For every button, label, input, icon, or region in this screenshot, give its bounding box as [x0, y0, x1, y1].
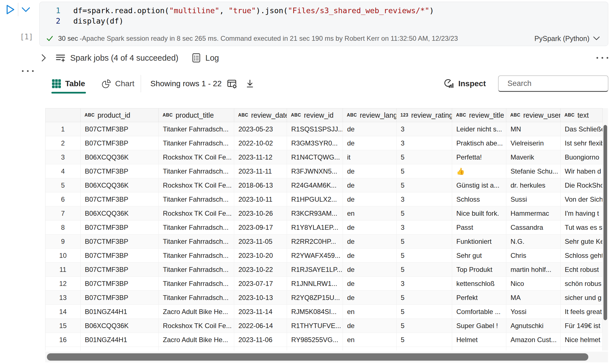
cell-product_title: Rockshox TK Coil Fe... — [159, 178, 234, 192]
row-number: 12 — [45, 277, 81, 291]
cell-partial — [506, 347, 561, 351]
code-cell[interactable]: 1 df=spark.read.option("multiline", "tru… — [39, 2, 608, 46]
code-editor[interactable]: 1 df=spark.read.option("multiline", "tru… — [40, 2, 608, 26]
cell-review_title: Perfekt — [452, 291, 506, 305]
table-row: 6B07CTMF3BPTitanker Fahrradsch...2023-10… — [45, 192, 603, 206]
table-settings-button[interactable] — [227, 78, 237, 89]
cell-product_title: Zacro Adult Bike He... — [159, 333, 234, 347]
horizontal-scrollbar-track[interactable] — [45, 352, 608, 362]
cell-review_date: 2023-11-05 — [234, 235, 287, 249]
column-type-badge: ABC — [163, 113, 173, 118]
column-name: review_date — [251, 111, 287, 119]
cell-review_date: 2023-11-06 — [234, 333, 287, 347]
output-more-options-button[interactable] — [596, 57, 608, 59]
column-header-product_id[interactable]: ABCproduct_id — [81, 108, 159, 122]
cell-text: Von der Sich — [561, 192, 603, 206]
tab-table[interactable]: Table — [51, 78, 85, 89]
cell-review_user: Stefanie Schu... — [506, 164, 561, 178]
column-header-review_lang[interactable]: ABCreview_lang — [343, 108, 397, 122]
tab-chart[interactable]: Chart — [101, 78, 134, 89]
cell-product_title: Zacro Adult Bike He... — [159, 305, 234, 319]
row-number: 4 — [45, 164, 81, 178]
cell-more-options-button[interactable] — [22, 70, 34, 72]
search-box[interactable] — [498, 76, 608, 92]
line-number: 2 — [40, 17, 60, 25]
cell-review_lang: en — [343, 305, 397, 319]
cell-review_id: R24G4AM6K... — [287, 178, 343, 192]
column-type-badge: ABC — [85, 113, 95, 118]
search-input[interactable] — [507, 79, 607, 88]
column-header-review_date[interactable]: ABCreview_date — [234, 108, 287, 122]
cell-review_id: R1SQS1SPSJJ... — [287, 122, 343, 136]
cell-review_rating: 5 — [397, 164, 452, 178]
spark-jobs-label[interactable]: Spark jobs (4 of 4 succeeded) — [70, 53, 178, 63]
row-number: 9 — [45, 235, 81, 249]
jobs-bar: Spark jobs (4 of 4 succeeded) Log — [39, 50, 608, 66]
column-type-badge: 123 — [400, 113, 408, 118]
tab-table-label: Table — [65, 79, 85, 88]
cell-review_user: martin hohlf... — [506, 263, 561, 277]
cell-partial — [159, 347, 234, 351]
column-header-review_title[interactable]: ABCreview_title — [452, 108, 506, 122]
cell-review_user: Amazon Cust... — [506, 333, 561, 347]
column-header-text[interactable]: ABCtext — [561, 108, 603, 122]
log-label: Log — [205, 53, 219, 63]
active-tab-indicator — [51, 92, 86, 94]
cell-review_lang: de — [343, 178, 397, 192]
cell-review_rating: 3 — [397, 277, 452, 291]
cell-review_user: Nico — [506, 277, 561, 291]
cell-text: Tut was es s — [561, 220, 603, 235]
cell-partial — [343, 347, 397, 351]
cell-review_title: Günstig ist a... — [452, 178, 506, 192]
table-view-icon — [51, 79, 62, 89]
status-message: -Apache Spark session ready in 8 sec 265… — [80, 35, 458, 42]
row-number: 15 — [45, 319, 81, 333]
download-button[interactable] — [245, 79, 255, 89]
kernel-selector[interactable]: PySpark (Python) — [534, 35, 601, 43]
horizontal-scrollbar-thumb[interactable] — [47, 353, 588, 361]
vertical-scrollbar-thumb[interactable] — [603, 125, 607, 320]
toolbar-divider — [141, 75, 141, 92]
cell-text: Nice helmet — [561, 333, 603, 347]
cell-review_id: R2RR2C0HP... — [287, 235, 343, 249]
run-options-button[interactable] — [20, 5, 31, 15]
notebook-cell-view: [1] 1 df=spark.read.option("multiline", … — [0, 0, 615, 364]
column-type-badge: ABC — [291, 113, 301, 118]
execution-count: [1] — [13, 33, 33, 41]
cell-product_id: B01NGZ44H1 — [81, 333, 159, 347]
row-number: 11 — [45, 263, 81, 277]
table-row: 10B07CTMF3BPTitanker Fahrradsch...2023-1… — [45, 249, 603, 263]
inspect-label: Inspect — [458, 79, 486, 88]
download-icon — [245, 79, 255, 89]
column-header-review_rating[interactable]: 123review_rating — [397, 108, 452, 122]
table-header-row: ABCproduct_idABCproduct_titleABCreview_d… — [45, 108, 603, 122]
column-header-review_id[interactable]: ABCreview_id — [287, 108, 343, 122]
cell-review_rating: 5 — [397, 178, 452, 192]
cell-review_date: 2018-06-13 — [234, 178, 287, 192]
cell-product_id: B06XCQQ36K — [81, 150, 159, 164]
table-row: 1B07CTMF3BPTitanker Fahrradsch...2023-05… — [45, 122, 603, 136]
run-cell-button[interactable] — [3, 3, 16, 16]
cell-product_id: B07CTMF3BP — [81, 277, 159, 291]
vertical-scrollbar-track[interactable] — [603, 108, 608, 351]
column-type-badge: ABC — [456, 113, 466, 118]
success-check-icon — [46, 35, 54, 42]
cell-product_id: B07CTMF3BP — [81, 263, 159, 277]
cell-review_user: dr. herkules — [506, 178, 561, 192]
row-number: 2 — [45, 136, 81, 150]
row-number-header — [45, 108, 81, 122]
cell-review_lang: de — [343, 263, 397, 277]
column-header-product_title[interactable]: ABCproduct_title — [159, 108, 234, 122]
log-button[interactable]: Log — [191, 53, 219, 63]
table-row: 13B07CTMF3BPTitanker Fahrradsch...2023-1… — [45, 291, 603, 305]
cell-partial — [234, 347, 287, 351]
cell-review_title: Super Gabel ! — [452, 319, 506, 333]
cell-review_date: 2023-11-12 — [234, 150, 287, 164]
inspect-button[interactable]: Inspect — [443, 78, 486, 89]
cell-product_title: Titanker Fahrradsch... — [159, 277, 234, 291]
column-header-review_user[interactable]: ABCreview_user — [506, 108, 561, 122]
run-options-icon — [21, 6, 31, 13]
expand-spark-jobs-button[interactable] — [39, 53, 48, 63]
cell-review_title: 👍 — [452, 164, 506, 178]
status-duration: 30 sec — [58, 35, 78, 42]
